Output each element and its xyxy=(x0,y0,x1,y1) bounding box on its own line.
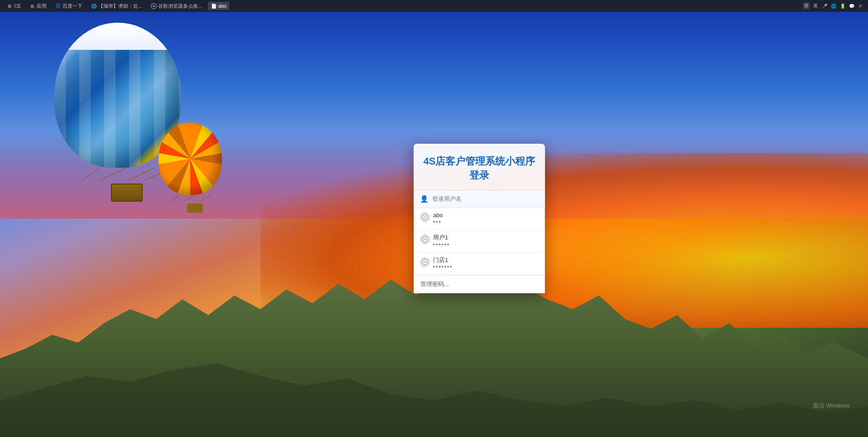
svg-line-6 xyxy=(199,195,211,201)
brand-icon: ⊞ xyxy=(6,3,13,9)
autocomplete-dropdown: abo ••• 用户1 •••••• xyxy=(414,208,545,293)
username-input[interactable] xyxy=(432,195,539,202)
ime-icon[interactable]: 英 xyxy=(812,2,819,10)
taskbar-item-ruihua[interactable]: 🌐 【瑞华】求助：近... xyxy=(88,2,145,10)
login-title: 4S店客户管理系统小程序 登录 xyxy=(423,155,536,183)
balloon-small xyxy=(159,122,231,213)
autocomplete-password-user1: •••••• xyxy=(433,242,538,249)
windows-watermark: 激活 Windows xyxy=(813,402,850,410)
taskbar: ⊞ CE ⊞ 应用 百 百度一下 🌐 【瑞华】求助：近... 谷歌浏览器多么收.… xyxy=(0,0,868,12)
login-modal: 4S店客户管理系统小程序 登录 👤 abo ••• xyxy=(414,144,545,293)
battery-icon[interactable]: 🔋 xyxy=(839,2,846,10)
mic-icon[interactable]: 🎤 xyxy=(821,2,828,10)
taskbar-brand[interactable]: ⊞ CE xyxy=(4,2,24,10)
item-icon-user1 xyxy=(420,235,429,244)
baidu-label: 百度一下 xyxy=(63,3,82,10)
autocomplete-username-abo: abo xyxy=(433,212,538,219)
baidu-icon: 百 xyxy=(55,3,61,9)
network-icon[interactable]: 🌐 xyxy=(830,2,837,10)
ruihua-icon: 🌐 xyxy=(91,3,97,9)
autocomplete-item-abo[interactable]: abo ••• xyxy=(414,208,545,230)
message-icon[interactable]: 💬 xyxy=(848,2,855,10)
autocomplete-username-user1: 用户1 xyxy=(433,234,538,242)
taskbar-item-abo[interactable]: 📄 abo xyxy=(208,2,229,10)
svg-line-5 xyxy=(183,195,195,201)
username-input-area[interactable]: 👤 xyxy=(414,190,545,208)
svg-line-0 xyxy=(82,168,100,180)
balloon-basket-large xyxy=(111,184,143,202)
balloon-ropes-small xyxy=(163,195,227,202)
brand-label: CE xyxy=(14,3,21,9)
autocomplete-item-user1[interactable]: 用户1 •••••• xyxy=(414,230,545,252)
taskbar-tray: 英 英 🎤 🌐 🔋 💬 🏳 xyxy=(803,2,864,10)
chrome-icon xyxy=(150,3,157,9)
item-icon-abo xyxy=(420,213,429,222)
svg-point-8 xyxy=(153,5,155,7)
svg-line-1 xyxy=(100,168,127,180)
apps-icon: ⊞ xyxy=(29,3,35,9)
apps-label: 应用 xyxy=(37,3,47,10)
svg-line-4 xyxy=(172,195,179,201)
autocomplete-item-store1[interactable]: 门店1 ••••••• xyxy=(414,253,545,275)
balloon-basket-small xyxy=(187,204,203,213)
taskbar-item-google[interactable]: 谷歌浏览器多么收... xyxy=(148,2,205,10)
item-icon-store1 xyxy=(420,257,429,267)
user-icon: 👤 xyxy=(420,195,429,203)
balloon-body-small xyxy=(159,122,222,195)
lang-icon[interactable]: 英 xyxy=(803,2,810,10)
autocomplete-password-store1: ••••••• xyxy=(433,264,538,271)
ruihua-label: 【瑞华】求助：近... xyxy=(98,3,142,10)
flag-icon[interactable]: 🏳 xyxy=(857,2,864,10)
autocomplete-password-abo: ••• xyxy=(433,219,538,226)
taskbar-item-baidu[interactable]: 百 百度一下 xyxy=(52,2,85,10)
login-header: 4S店客户管理系统小程序 登录 xyxy=(414,144,545,190)
taskbar-item-apps[interactable]: ⊞ 应用 xyxy=(26,2,49,10)
manage-passwords-link[interactable]: 管理密码... xyxy=(414,275,545,293)
svg-line-2 xyxy=(129,168,154,180)
abo-icon: 📄 xyxy=(211,3,217,9)
autocomplete-username-store1: 门店1 xyxy=(433,257,538,264)
google-label: 谷歌浏览器多么收... xyxy=(158,3,202,10)
abo-label: abo xyxy=(218,3,227,9)
